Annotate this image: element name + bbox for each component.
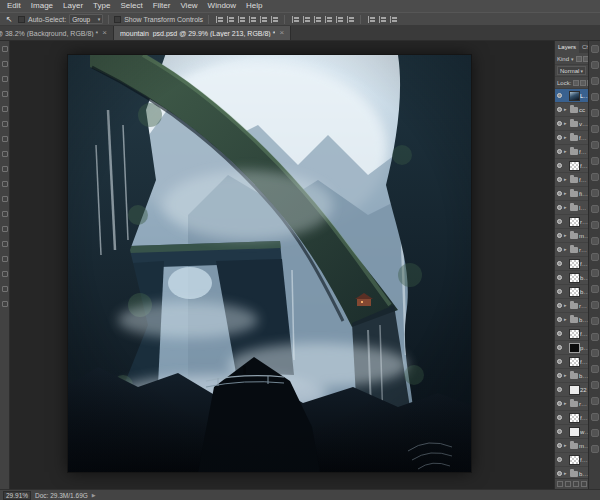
layer-row[interactable]: ▸ bridge	[555, 313, 588, 327]
align-top-edges-icon[interactable]	[247, 15, 257, 24]
auto-select-checkbox[interactable]	[18, 16, 25, 23]
distribute-left-edges-icon[interactable]	[323, 15, 333, 24]
layer-row[interactable]: ▸ fg_rock	[555, 145, 588, 159]
expand-chevron-icon[interactable]: ▸	[564, 149, 569, 154]
expand-chevron-icon[interactable]: ▸	[564, 303, 569, 308]
marquee-tool-icon[interactable]	[2, 61, 8, 67]
expand-chevron-icon[interactable]: ▸	[564, 107, 569, 112]
layer-mask-icon[interactable]	[573, 481, 579, 487]
dock-panel-icon[interactable]	[591, 157, 599, 165]
dock-panel-icon[interactable]	[591, 77, 599, 85]
dock-panel-icon[interactable]	[591, 45, 599, 53]
layer-row[interactable]: ▸ middle_rock	[555, 229, 588, 243]
menu-item[interactable]: Edit	[2, 0, 26, 12]
layer-row[interactable]: ▸ middle_fog	[555, 439, 588, 453]
distribute-horizontal-centers-icon[interactable]	[334, 15, 344, 24]
dock-panel-icon[interactable]	[591, 221, 599, 229]
visibility-eye-icon[interactable]	[557, 443, 562, 448]
zoom-field[interactable]: 29.91%	[3, 491, 31, 500]
eraser-tool-icon[interactable]	[2, 196, 8, 202]
dodge-tool-icon[interactable]	[2, 241, 8, 247]
document-tab[interactable]: mountain_psd.psd @ 29.9% (Layer 213, RGB…	[114, 26, 291, 40]
visibility-eye-icon[interactable]	[557, 317, 562, 322]
layer-effects-icon[interactable]	[565, 481, 571, 487]
expand-chevron-icon[interactable]: ▸	[564, 317, 569, 322]
filter-pixel-layers-icon[interactable]	[576, 56, 582, 62]
visibility-eye-icon[interactable]	[557, 93, 562, 98]
visibility-eye-icon[interactable]	[557, 191, 562, 196]
visibility-eye-icon[interactable]	[557, 163, 562, 168]
dock-panel-icon[interactable]	[591, 349, 599, 357]
layer-row[interactable]: ▸ right_fog	[555, 215, 588, 229]
visibility-eye-icon[interactable]	[557, 205, 562, 210]
visibility-eye-icon[interactable]	[557, 331, 562, 336]
dock-panel-icon[interactable]	[591, 93, 599, 101]
visibility-eye-icon[interactable]	[557, 387, 562, 392]
expand-chevron-icon[interactable]: ▸	[564, 205, 569, 210]
expand-chevron-icon[interactable]: ▸	[564, 135, 569, 140]
visibility-eye-icon[interactable]	[557, 289, 562, 294]
3d-mode-icon[interactable]	[377, 15, 387, 24]
expand-chevron-icon[interactable]: ▸	[564, 121, 569, 126]
menu-item[interactable]: Select	[115, 0, 147, 12]
visibility-eye-icon[interactable]	[557, 359, 562, 364]
dock-panel-icon[interactable]	[591, 109, 599, 117]
menu-item[interactable]: Help	[241, 0, 267, 12]
visibility-eye-icon[interactable]	[557, 107, 562, 112]
layer-row[interactable]: ▸ bridge_far	[555, 369, 588, 383]
document-tab[interactable]: Untitled-1 @ 38.2% (Background, RGB/8) *…	[0, 26, 114, 40]
visibility-eye-icon[interactable]	[557, 429, 562, 434]
layer-row[interactable]: ▸ right_rock	[555, 243, 588, 257]
dock-panel-icon[interactable]	[591, 397, 599, 405]
expand-chevron-icon[interactable]: ▸	[564, 233, 569, 238]
menu-item[interactable]: View	[175, 0, 202, 12]
layer-row[interactable]: ▸ left_rock	[555, 201, 588, 215]
auto-select-target-dropdown[interactable]: Group ▾	[69, 14, 103, 24]
visibility-eye-icon[interactable]	[557, 219, 562, 224]
crop-tool-icon[interactable]	[2, 106, 8, 112]
dock-panel-icon[interactable]	[591, 189, 599, 197]
filter-kind-label[interactable]: Kind	[557, 56, 569, 62]
pen-tool-icon[interactable]	[2, 256, 8, 262]
lasso-tool-icon[interactable]	[2, 76, 8, 82]
brush-tool-icon[interactable]	[2, 151, 8, 157]
expand-chevron-icon[interactable]: ▸	[564, 191, 569, 196]
dock-panel-icon[interactable]	[591, 445, 599, 453]
dock-panel-icon[interactable]	[591, 333, 599, 341]
blur-tool-icon[interactable]	[2, 226, 8, 232]
path-select-tool-icon[interactable]	[2, 286, 8, 292]
menu-item[interactable]: Type	[88, 0, 115, 12]
dock-panel-icon[interactable]	[591, 285, 599, 293]
visibility-eye-icon[interactable]	[557, 149, 562, 154]
expand-chevron-icon[interactable]: ▸	[564, 401, 569, 406]
layer-row[interactable]: ▸ fog_paint	[555, 355, 588, 369]
visibility-eye-icon[interactable]	[557, 401, 562, 406]
visibility-eye-icon[interactable]	[557, 457, 562, 462]
layer-row[interactable]: ▸ white_paint	[555, 425, 588, 439]
layer-row[interactable]: ▸ black_paint	[555, 285, 588, 299]
dock-panel-icon[interactable]	[591, 301, 599, 309]
link-layers-icon[interactable]	[557, 481, 563, 487]
layer-row[interactable]: ▸ fg_rocks	[555, 131, 588, 145]
arrange-icon[interactable]	[388, 15, 398, 24]
visibility-eye-icon[interactable]	[557, 345, 562, 350]
expand-chevron-icon[interactable]: ▸	[564, 247, 569, 252]
layer-row[interactable]: ▸ fire_left	[555, 187, 588, 201]
visibility-eye-icon[interactable]	[557, 247, 562, 252]
blend-mode-dropdown[interactable]: Normal ▾	[557, 66, 586, 75]
status-flyout-icon[interactable]: ▶	[92, 492, 96, 498]
layer-row[interactable]: ▸ bottom_fog	[555, 271, 588, 285]
expand-chevron-icon[interactable]: ▸	[564, 177, 569, 182]
align-right-edges-icon[interactable]	[236, 15, 246, 24]
layer-row[interactable]: ▸ fog_paint	[555, 411, 588, 425]
adjustment-layer-icon[interactable]	[581, 481, 587, 487]
healing-brush-tool-icon[interactable]	[2, 136, 8, 142]
tab-close-icon[interactable]: ×	[102, 29, 107, 37]
show-transform-controls-checkbox[interactable]	[114, 16, 121, 23]
layer-row[interactable]: ▸ 22	[555, 383, 588, 397]
menu-item[interactable]: Window	[203, 0, 241, 12]
distribute-right-edges-icon[interactable]	[345, 15, 355, 24]
layer-row[interactable]: ▸ fog_left	[555, 159, 588, 173]
gradient-tool-icon[interactable]	[2, 211, 8, 217]
dock-panel-icon[interactable]	[591, 125, 599, 133]
